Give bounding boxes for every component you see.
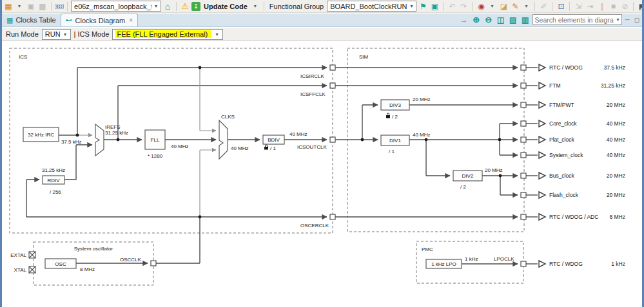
port[interactable] — [330, 214, 335, 219]
output-frequency: 20 MHz — [607, 172, 625, 179]
oscillator-pins: EXTAL XTAL — [10, 252, 35, 273]
junction-dot — [199, 66, 202, 70]
toolbar-separator — [552, 2, 552, 11]
output-arrow-icon — [539, 136, 545, 143]
open-folder-icon[interactable]: ◪ — [498, 1, 509, 12]
ics-mode-label: | ICS Mode — [74, 30, 110, 38]
output-row: RTC / WDOG 37.5 kHz — [539, 64, 625, 71]
minimize-view-icon[interactable]: ─ — [624, 16, 631, 23]
zoom-out-icon[interactable]: ⊖ — [483, 14, 494, 25]
port[interactable] — [330, 65, 335, 70]
maximize-view-icon[interactable]: ◻ — [633, 16, 641, 23]
div2-divider[interactable]: / 2 — [460, 184, 466, 190]
save-icon[interactable]: ▣ — [26, 1, 36, 12]
port[interactable] — [521, 83, 526, 88]
chevron-down-icon: ▾ — [211, 32, 222, 37]
functional-group-combo[interactable]: BOARD_BootClockRUN ▾ — [327, 1, 416, 12]
pencil-icon[interactable]: ✐ — [538, 1, 549, 12]
undo-icon[interactable]: ↶ — [447, 1, 457, 12]
run-mode-label: Run Mode — [6, 30, 39, 38]
irc-block-label: 32 kHz IRC — [28, 132, 54, 138]
port[interactable] — [521, 173, 526, 178]
run-mode-select[interactable]: RUN ▾ — [42, 29, 71, 40]
close-tab-icon[interactable]: × — [129, 17, 133, 24]
div3-divider[interactable]: / 2 — [392, 114, 398, 120]
step-over-icon[interactable]: ⇥ — [585, 1, 595, 12]
port[interactable] — [521, 137, 526, 142]
run-key-icon[interactable]: ◉ — [476, 1, 486, 12]
fit-window-icon[interactable]: ◫ — [496, 14, 506, 25]
toolbar-separator — [51, 2, 52, 11]
osc-out-freq: 8 MHz — [80, 266, 95, 272]
irefs-mux[interactable] — [95, 124, 104, 156]
flag-icon[interactable]: ⚑ — [418, 1, 428, 12]
functional-group-label: Functional Group — [268, 3, 326, 10]
run-key-dropdown-icon[interactable]: ▾ — [487, 1, 497, 12]
fll-multiplier[interactable]: * 1280 — [148, 153, 163, 159]
new-wizard-dropdown-icon[interactable]: ▾ — [14, 1, 24, 12]
mode-bar: Run Mode RUN ▾ | ICS Mode FEE (FLL Engag… — [2, 28, 642, 41]
port[interactable] — [521, 102, 526, 107]
detach-icon[interactable]: ⊘ — [620, 1, 630, 12]
port[interactable] — [151, 261, 156, 266]
system-oscillator-group-label: System oscillator — [74, 246, 113, 252]
bdiv-divider[interactable]: / 1 — [270, 145, 276, 151]
clks-mux[interactable] — [219, 120, 228, 159]
update-code-dropdown-icon[interactable]: ▾ — [250, 1, 260, 12]
port[interactable] — [330, 137, 335, 142]
lock-icon-shackle — [266, 145, 268, 147]
search-dropdown-icon[interactable]: ▾ — [615, 17, 621, 23]
go-to-element-icon[interactable]: → — [459, 14, 469, 25]
update-code-icon[interactable]: ↧ — [191, 2, 200, 11]
palette-icon[interactable]: ▣ — [429, 1, 440, 12]
port[interactable] — [521, 121, 526, 126]
brush-icon[interactable]: ✎ — [510, 1, 520, 12]
junction-dot — [498, 138, 502, 142]
wire-rdiv-out — [64, 145, 92, 180]
save-all-icon[interactable]: ▩ — [37, 1, 48, 12]
output-arrow-icon — [539, 64, 545, 71]
binary-file-icon[interactable]: 010 — [55, 4, 64, 9]
port[interactable] — [521, 65, 526, 70]
suspend-icon[interactable]: ∥ — [596, 1, 607, 12]
ics-mode-select[interactable]: FEE (FLL Engaged External) ▾ — [112, 29, 223, 40]
layers-icon[interactable]: ◩ — [637, 1, 642, 12]
update-code-button[interactable]: Update Code — [202, 3, 249, 10]
toolbar-separator — [633, 2, 634, 11]
port[interactable] — [521, 153, 526, 158]
div3-out-freq: 20 MHz — [413, 97, 431, 102]
div1-divider[interactable]: / 1 — [389, 149, 395, 154]
wire-rdiv-feed — [26, 180, 39, 217]
step-into-icon[interactable]: ⇲ — [573, 1, 583, 12]
lpoclk-signal-label: LPOCLK — [494, 256, 514, 262]
zoom-in-icon[interactable]: ⊕ — [471, 14, 482, 25]
fit-height-icon[interactable]: ▤ — [508, 14, 518, 25]
wire-ircclk-to-clks — [200, 68, 216, 131]
port[interactable] — [521, 261, 526, 266]
diagram-search-input[interactable] — [533, 16, 616, 24]
junction-dot — [117, 138, 120, 142]
tab-clocks-table[interactable]: ▦ Clocks Table — [2, 14, 61, 26]
port[interactable] — [521, 192, 526, 198]
brush-dropdown-icon[interactable]: ▾ — [521, 1, 531, 12]
warning-icon[interactable]: ⚠ — [180, 1, 190, 12]
irc-out-freq: 37.5 kHz — [61, 139, 82, 145]
output-frequency: 40 MHz — [607, 120, 625, 127]
console-icon[interactable]: ⊡ — [556, 1, 566, 12]
wire-oscclk-to-clks — [200, 150, 216, 216]
extal-pin-label: EXTAL — [10, 252, 26, 258]
stop-icon[interactable]: ■ — [608, 1, 618, 12]
diagram-search-box[interactable]: ▾ — [532, 14, 622, 25]
redo-icon[interactable]: ↷ — [458, 1, 469, 12]
rdiv-divider[interactable]: / 256 — [50, 189, 61, 195]
port[interactable] — [521, 214, 526, 219]
output-row: Bus_clock 20 MHz — [539, 172, 625, 179]
project-combo[interactable]: e06z_mscan_loopback_transfer ▾ — [71, 1, 161, 12]
new-wizard-icon[interactable]: ▦ — [3, 1, 14, 12]
wire-div2-feed — [426, 140, 450, 176]
tab-clocks-diagram[interactable]: ⊷ Clocks Diagram × — [61, 14, 138, 26]
port[interactable] — [330, 83, 335, 88]
home-icon[interactable]: ⌂ — [162, 1, 173, 12]
bdiv-lock: / 1 — [264, 145, 276, 151]
fit-width-icon[interactable]: ▥ — [520, 14, 531, 25]
